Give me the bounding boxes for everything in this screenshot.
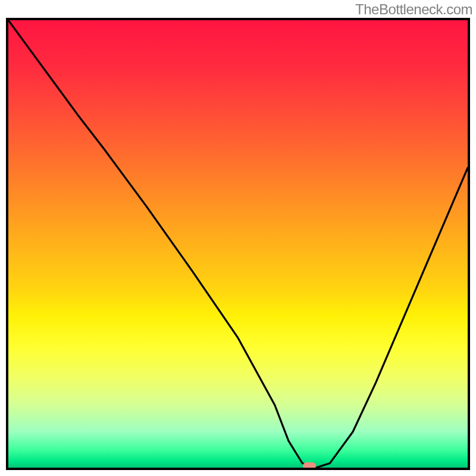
bottleneck-curve <box>8 20 468 468</box>
chart-frame: TheBottleneck.com <box>0 0 476 476</box>
bottleneck-marker-icon <box>303 462 316 469</box>
watermark-text: TheBottleneck.com <box>355 1 472 18</box>
plot-area <box>6 18 470 470</box>
